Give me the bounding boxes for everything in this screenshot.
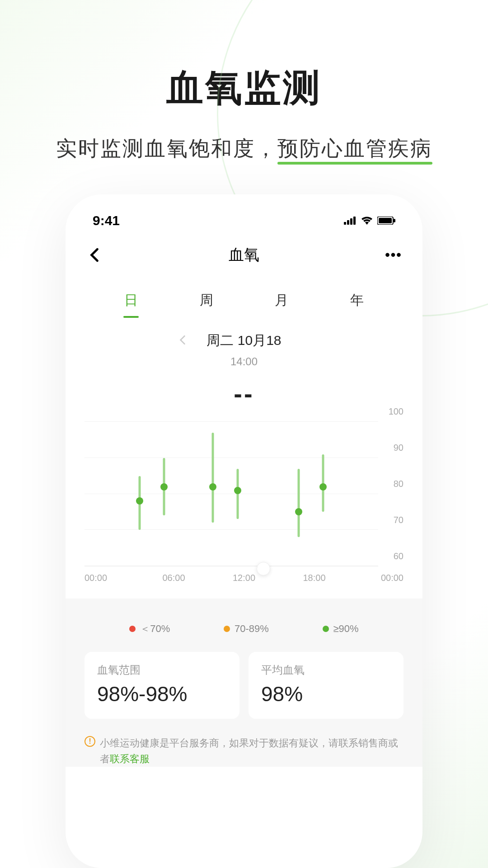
card-value: 98%-98% [97,682,227,706]
tab-month[interactable]: 月 [272,286,291,315]
summary-cards: 血氧范围98%-98%平均血氧98% [84,652,404,719]
tab-day[interactable]: 日 [122,286,141,315]
spo2-chart[interactable]: 60708090100 [84,422,404,566]
selected-time-label: 14:00 [84,355,404,368]
date-navigator: 周二 10月18 [84,331,404,350]
chevron-left-icon [90,248,99,262]
status-bar: 9:41 [84,208,404,233]
selected-value: -- [84,379,404,408]
lower-section: ＜70%70-89%≥90% 血氧范围98%-98%平均血氧98% ! 小维运动… [66,599,422,767]
tab-week[interactable]: 周 [197,286,216,315]
summary-card[interactable]: 血氧范围98%-98% [84,652,239,719]
data-point [209,483,216,491]
chart-xaxis: 00:0006:0012:0018:0000:00 [84,566,404,583]
svg-rect-6 [394,219,395,222]
contact-support-link[interactable]: 联系客服 [110,753,150,764]
legend-dot [323,626,329,632]
app-header: 血氧 ••• [84,237,404,273]
legend-label: 70-89% [235,623,269,635]
disclaimer: ! 小维运动健康是平台服务商，如果对于数据有疑议，请联系销售商或者联系客服 [84,735,404,767]
gridline [84,566,378,566]
svg-rect-1 [347,220,349,225]
gridline [84,421,378,422]
chart-plot [84,422,378,566]
disclaimer-text: 小维运动健康是平台服务商，如果对于数据有疑议，请联系销售商或者联系客服 [100,735,404,767]
date-prev-button[interactable] [179,334,193,348]
xtick: 12:00 [231,573,257,583]
battery-icon [377,217,395,225]
chevron-left-icon [179,335,186,345]
more-button[interactable]: ••• [384,247,404,263]
gridline [84,529,378,530]
legend-dot [224,626,230,632]
summary-card[interactable]: 平均血氧98% [249,652,404,719]
legend-item: ≥90% [323,622,359,636]
card-value: 98% [261,682,391,706]
svg-rect-3 [353,217,356,225]
tab-year[interactable]: 年 [347,286,366,315]
gridline [84,494,378,494]
promo-subtitle-highlight: 预防心血管疾病 [277,135,432,163]
card-label: 平均血氧 [261,663,391,677]
legend-label: ＜70% [140,622,170,636]
card-label: 血氧范围 [97,663,227,677]
ytick: 100 [389,406,404,417]
legend-label: ≥90% [333,623,359,635]
legend-item: 70-89% [224,622,269,636]
ytick: 70 [394,515,404,525]
xtick: 00:00 [372,573,404,583]
data-point [295,508,302,515]
xtick: 00:00 [84,573,116,583]
ytick: 80 [394,479,404,489]
data-point [160,483,168,491]
status-icons [344,217,395,225]
data-point [319,483,327,491]
svg-rect-5 [379,218,392,223]
data-point [234,487,241,494]
range-bar [212,433,214,523]
ytick: 60 [394,551,404,561]
back-button[interactable] [84,248,104,262]
warning-icon: ! [84,736,95,747]
chart-yaxis: 60708090100 [378,422,404,566]
svg-rect-2 [350,218,352,225]
period-tabs: 日周月年 [84,286,404,315]
xtick: 18:00 [302,573,327,583]
phone-mockup: 9:41 血氧 ••• 日周月年 周二 10月18 14:00 -- 60708… [66,194,422,868]
legend-dot [129,626,136,632]
gridline [84,458,378,458]
svg-rect-0 [344,222,346,225]
wifi-icon [361,217,373,225]
date-label: 周二 10月18 [206,331,281,350]
data-point [136,497,143,505]
chart-legend: ＜70%70-89%≥90% [84,619,404,636]
status-time: 9:41 [93,213,120,228]
page-title: 血氧 [229,245,259,265]
cellular-icon [344,217,357,225]
range-bar [297,469,300,538]
legend-item: ＜70% [129,622,170,636]
more-icon: ••• [385,247,402,263]
ytick: 90 [394,443,404,453]
xtick: 06:00 [161,573,187,583]
